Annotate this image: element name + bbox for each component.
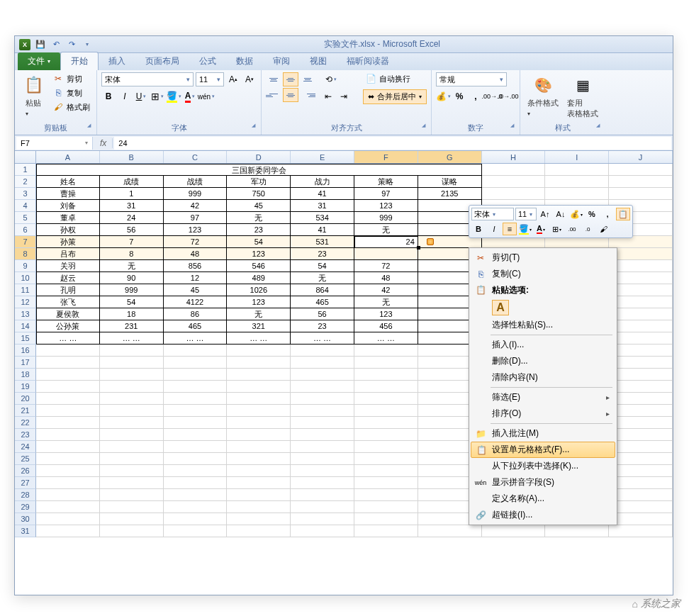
cell-A6[interactable]: 孙权	[36, 224, 100, 236]
column-header-J[interactable]: J	[609, 151, 673, 163]
cell-C31[interactable]	[164, 525, 228, 537]
cell-E3[interactable]: 41	[291, 188, 354, 200]
column-header-F[interactable]: F	[354, 151, 418, 163]
mini-fill-color[interactable]: 🪣	[518, 223, 532, 235]
tab-file[interactable]: 文件▾	[18, 52, 60, 70]
cell-H3[interactable]	[482, 188, 546, 200]
row-header-11[interactable]: 11	[15, 284, 36, 296]
cell-H2[interactable]	[482, 176, 546, 188]
cell-C14[interactable]: 465	[164, 320, 228, 332]
cell-D31[interactable]	[227, 525, 291, 537]
cell-E11[interactable]: 864	[291, 284, 354, 296]
cell-F26[interactable]	[354, 465, 418, 477]
cell-F25[interactable]	[354, 453, 418, 465]
cell-D9[interactable]: 546	[227, 260, 291, 272]
border-button[interactable]: ⊞	[150, 89, 164, 103]
row-header-14[interactable]: 14	[15, 320, 36, 332]
cell-J29[interactable]	[609, 501, 673, 513]
fill-handle[interactable]	[417, 246, 420, 250]
cell-B20[interactable]	[100, 393, 164, 405]
orientation-button[interactable]: ⟲	[321, 72, 341, 86]
row-header-4[interactable]: 4	[15, 200, 36, 212]
smart-tag-icon[interactable]	[427, 238, 434, 245]
cell-J20[interactable]	[609, 393, 673, 405]
cell-E6[interactable]: 41	[291, 224, 354, 236]
cell-E10[interactable]: 无	[291, 272, 354, 284]
row-header-28[interactable]: 28	[15, 489, 36, 501]
cell-A3[interactable]: 曹操	[36, 188, 100, 200]
redo-button[interactable]: ↷	[65, 38, 79, 51]
cell-J12[interactable]	[609, 296, 673, 308]
cell-A22[interactable]	[36, 417, 100, 429]
cell-A4[interactable]: 刘备	[36, 200, 100, 212]
bold-button[interactable]: B	[101, 89, 116, 103]
number-format-combo[interactable]: 常规	[436, 72, 507, 86]
row-header-18[interactable]: 18	[15, 369, 36, 381]
cell-J25[interactable]	[609, 453, 673, 465]
cell-A29[interactable]	[36, 501, 100, 513]
cell-A5[interactable]: 董卓	[36, 212, 100, 224]
cell-J18[interactable]	[609, 369, 673, 381]
cell-J11[interactable]	[609, 284, 673, 296]
cell-J3[interactable]	[609, 188, 673, 200]
cell-J1[interactable]	[609, 164, 673, 176]
increase-decimal-button[interactable]: .00→.0	[485, 89, 499, 103]
cell-B9[interactable]: 无	[100, 260, 164, 272]
menu-delete[interactable]: 删除(D)...	[471, 353, 615, 369]
cell-E14[interactable]: 23	[291, 320, 354, 332]
column-header-E[interactable]: E	[291, 151, 354, 163]
cell-D13[interactable]: 无	[227, 308, 291, 320]
cell-F21[interactable]	[354, 405, 418, 417]
cell-D19[interactable]	[227, 381, 291, 393]
cell-E8[interactable]: 23	[291, 248, 354, 260]
cell-E16[interactable]	[291, 345, 354, 357]
cell-D2[interactable]: 军功	[227, 176, 291, 188]
cell-B12[interactable]: 54	[100, 296, 164, 308]
cell-E30[interactable]	[291, 513, 354, 525]
cell-F11[interactable]: 42	[354, 284, 418, 296]
cell-I3[interactable]	[545, 188, 609, 200]
conditional-format-button[interactable]: 🎨 条件格式▾	[525, 72, 561, 118]
cell-B18[interactable]	[100, 369, 164, 381]
menu-paste-special[interactable]: 选择性粘贴(S)...	[471, 317, 615, 333]
cell-E21[interactable]	[291, 405, 354, 417]
cell-E24[interactable]	[291, 441, 354, 453]
cell-C16[interactable]	[164, 345, 228, 357]
cell-D30[interactable]	[227, 513, 291, 525]
font-color-button[interactable]: A	[183, 89, 197, 103]
row-header-27[interactable]: 27	[15, 477, 36, 489]
cell-B4[interactable]: 31	[100, 200, 164, 212]
cell-B26[interactable]	[100, 465, 164, 477]
cell-F22[interactable]	[354, 417, 418, 429]
column-header-A[interactable]: A	[36, 151, 100, 163]
decrease-indent-button[interactable]: ⇤	[321, 89, 335, 103]
cell-D4[interactable]: 45	[227, 200, 291, 212]
cell-F30[interactable]	[354, 513, 418, 525]
cell-D20[interactable]	[227, 393, 291, 405]
row-header-3[interactable]: 3	[15, 188, 36, 200]
cell-E26[interactable]	[291, 465, 354, 477]
mini-accounting[interactable]: 💰	[569, 208, 583, 220]
increase-font-button[interactable]: A▴	[226, 72, 240, 86]
cell-A30[interactable]	[36, 513, 100, 525]
menu-insert[interactable]: 插入(I)...	[471, 337, 615, 353]
row-header-30[interactable]: 30	[15, 513, 36, 525]
cell-B29[interactable]	[100, 501, 164, 513]
cell-B11[interactable]: 999	[100, 284, 164, 296]
cell-J9[interactable]	[609, 260, 673, 272]
cell-C22[interactable]	[164, 417, 228, 429]
select-all-corner[interactable]	[15, 151, 36, 164]
tab-home[interactable]: 开始	[60, 52, 99, 70]
menu-define-name[interactable]: 定义名称(A)...	[471, 491, 615, 507]
cell-C23[interactable]	[164, 429, 228, 441]
cell-B27[interactable]	[100, 477, 164, 489]
excel-app-icon[interactable]: X	[18, 38, 32, 51]
cell-C2[interactable]: 战绩	[164, 176, 228, 188]
cell-A24[interactable]	[36, 441, 100, 453]
cell-J17[interactable]	[609, 357, 673, 369]
cell-D24[interactable]	[227, 441, 291, 453]
row-header-8[interactable]: 8	[15, 248, 36, 260]
tab-insert[interactable]: 插入	[99, 52, 135, 70]
cell-E19[interactable]	[291, 381, 354, 393]
cell-D28[interactable]	[227, 489, 291, 501]
